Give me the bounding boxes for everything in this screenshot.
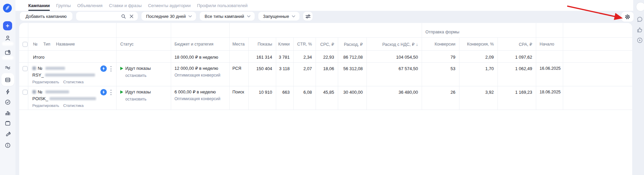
chevron-down-icon bbox=[292, 15, 295, 18]
budget-cell: 6 000,00 ₽ в неделю Оптимизация конверси… bbox=[171, 86, 230, 110]
date-range-select[interactable]: Последние 30 дней bbox=[141, 12, 196, 21]
goal-group-header: Отправка формы bbox=[422, 23, 536, 37]
chevron-down-icon bbox=[188, 15, 192, 18]
campaign-name[interactable]: RSY_ bbox=[32, 72, 44, 78]
col-header-name[interactable]: № Тип Название bbox=[28, 38, 117, 50]
group-cell-empty bbox=[171, 23, 230, 37]
tab-user-profiles[interactable]: Профили пользователей bbox=[197, 0, 248, 11]
date-range-value: Последние 30 дней bbox=[146, 14, 186, 19]
budget-value: 6 000,00 ₽ в неделю bbox=[174, 89, 229, 94]
redacted-balance-label bbox=[2, 56, 13, 60]
tab-ads[interactable]: Объявления bbox=[77, 0, 102, 11]
statistics-link[interactable]: Статистика bbox=[63, 104, 84, 108]
sidebar-item-info[interactable] bbox=[4, 142, 11, 149]
chat-icon[interactable] bbox=[637, 16, 643, 23]
sidebar-item-bar-chart[interactable] bbox=[4, 110, 11, 116]
table-header-row: № Тип Название Статус Бюджет и стратегия… bbox=[19, 38, 632, 51]
statistics-link[interactable]: Статистика bbox=[63, 80, 84, 84]
direct-logo-icon[interactable] bbox=[3, 3, 12, 13]
group-cell-empty bbox=[19, 23, 28, 37]
status-cell: Идут показы остановить bbox=[117, 63, 171, 86]
col-header-cpc[interactable]: CPC, ₽ bbox=[316, 38, 338, 50]
totals-cell-empty bbox=[563, 51, 632, 62]
add-campaign-button[interactable]: Добавить кампанию bbox=[20, 12, 72, 21]
campaigns-table-icon[interactable] bbox=[4, 77, 11, 83]
col-header-cost-vat[interactable]: Расход с НДС, ₽↓ bbox=[367, 38, 422, 50]
stop-link[interactable]: остановить bbox=[125, 97, 171, 101]
annotation-arrow bbox=[555, 1, 633, 23]
sidebar-item-user[interactable] bbox=[4, 35, 11, 41]
add-button[interactable] bbox=[3, 21, 12, 30]
sidebar-item-waves[interactable] bbox=[4, 64, 11, 71]
campaign-type-select[interactable]: Все типы кампаний bbox=[200, 12, 254, 21]
cpc-cell: 45,85 bbox=[316, 86, 338, 110]
cost-vat-cell: 36 480,00 bbox=[367, 86, 422, 110]
col-header-shows[interactable]: Показы bbox=[249, 38, 276, 50]
campaign-row: № POISK_ Редактировать Статистика Идут п… bbox=[19, 86, 632, 110]
conversions-cell: 26 bbox=[422, 86, 459, 110]
play-video-icon[interactable] bbox=[637, 37, 643, 43]
col-header-clicks[interactable]: Клики bbox=[276, 38, 294, 50]
edit-link[interactable]: Редактировать bbox=[32, 104, 59, 108]
group-cell-empty bbox=[563, 23, 632, 37]
select-all-checkbox[interactable] bbox=[23, 42, 28, 47]
search-box[interactable] bbox=[76, 12, 138, 21]
totals-cost: 86 712,08 bbox=[338, 51, 367, 62]
thumbs-up-icon[interactable] bbox=[637, 27, 643, 33]
sort-desc-icon: ↓ bbox=[416, 42, 418, 47]
col-header-cpa[interactable]: CPA, ₽ bbox=[498, 38, 536, 50]
table-group-header-row: Отправка формы bbox=[19, 23, 632, 38]
budget-value: 12 000,00 ₽ в неделю bbox=[174, 66, 229, 71]
col-header-budget[interactable]: Бюджет и стратегия bbox=[171, 38, 230, 50]
stop-link[interactable]: остановить bbox=[125, 73, 171, 78]
filter-settings-button[interactable] bbox=[303, 12, 313, 21]
col-header-type[interactable]: Тип bbox=[43, 42, 50, 50]
tab-audience-segments[interactable]: Сегменты аудитории bbox=[148, 0, 190, 11]
empty-cell bbox=[563, 63, 632, 86]
search-input[interactable] bbox=[80, 13, 121, 19]
col-header-places[interactable]: Места bbox=[230, 38, 249, 50]
col-header-title[interactable]: Название bbox=[56, 42, 75, 50]
row-checkbox[interactable] bbox=[23, 90, 28, 95]
sidebar-item-window[interactable] bbox=[4, 120, 11, 127]
campaign-status-select[interactable]: Запущенные bbox=[258, 12, 299, 21]
tab-bids-phrases[interactable]: Ставки и фразы bbox=[109, 0, 141, 11]
top-nav-bar: Кампании Группы Объявления Ставки и фраз… bbox=[15, 0, 633, 11]
edit-link[interactable]: Редактировать bbox=[32, 80, 59, 84]
campaigns-table: Отправка формы № Тип Название Статус Бюд… bbox=[19, 23, 632, 175]
sidebar-item-check-circle[interactable] bbox=[4, 99, 11, 106]
campaign-row: № RSY_ Редактировать Статистика Идут пок… bbox=[19, 63, 632, 86]
col-header-conv-rate[interactable]: Конверсия, % bbox=[459, 38, 498, 50]
conversions-cell: 53 bbox=[422, 63, 459, 86]
campaign-type-badge-icon bbox=[100, 65, 107, 72]
shows-cell: 150 404 bbox=[249, 63, 276, 86]
campaign-name[interactable]: POISK_ bbox=[32, 96, 48, 101]
sidebar-item-wallet[interactable] bbox=[4, 49, 11, 56]
tab-groups[interactable]: Группы bbox=[56, 0, 71, 11]
sidebar-item-wrench[interactable] bbox=[4, 130, 11, 137]
tab-campaigns[interactable]: Кампании bbox=[28, 0, 50, 11]
col-header-cost[interactable]: Расход, ₽ bbox=[338, 38, 367, 50]
campaign-name-cell: № POISK_ Редактировать Статистика bbox=[28, 86, 117, 110]
avatar[interactable] bbox=[636, 2, 644, 11]
redacted-star-icon bbox=[32, 66, 36, 70]
row-menu-kebab[interactable] bbox=[109, 66, 112, 72]
start-date-cell: 18.06.2025 bbox=[536, 86, 563, 110]
row-menu-kebab[interactable] bbox=[109, 89, 112, 95]
campaign-status-value: Запущенные bbox=[263, 14, 289, 19]
group-cell-empty bbox=[230, 23, 422, 37]
col-header-ctr[interactable]: CTR, % bbox=[294, 38, 316, 50]
places-cell: Поиск bbox=[230, 86, 249, 110]
campaign-num-label: № bbox=[38, 89, 42, 94]
sidebar-item-lightning[interactable] bbox=[4, 88, 11, 95]
cost-vat-cell: 67 574,50 bbox=[367, 63, 422, 86]
col-header-num[interactable]: № bbox=[33, 42, 37, 50]
col-header-start[interactable]: Начало bbox=[536, 38, 563, 50]
sidebar bbox=[0, 0, 15, 175]
search-icon[interactable] bbox=[121, 14, 126, 19]
clear-search-icon[interactable] bbox=[129, 14, 134, 19]
col-header-conversions[interactable]: Конверсии bbox=[422, 38, 459, 50]
col-header-status[interactable]: Статус bbox=[117, 38, 171, 50]
row-checkbox[interactable] bbox=[23, 66, 28, 71]
totals-cpa: 1 097,62 bbox=[498, 51, 536, 62]
